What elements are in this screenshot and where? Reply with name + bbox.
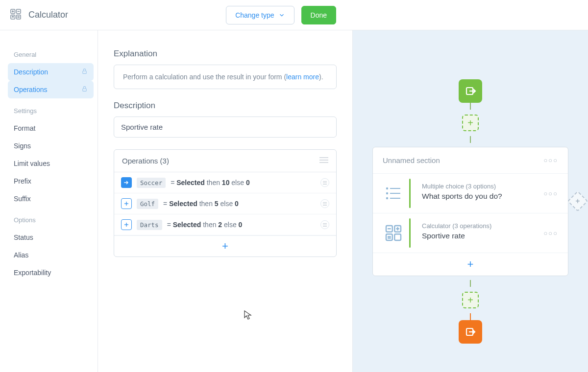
svg-point-24 xyxy=(387,193,388,194)
drag-handle-icon[interactable] xyxy=(320,220,329,229)
sidebar-item-signs[interactable]: Signs xyxy=(8,137,94,155)
operation-expression: = Selected then 5 else 0 xyxy=(163,200,239,208)
add-icon xyxy=(121,198,132,209)
change-type-label: Change type xyxy=(235,11,274,19)
sidebar-item-operations[interactable]: Operations xyxy=(8,81,94,98)
page-title: Calculator xyxy=(28,10,68,20)
operations-title: Operations (3) xyxy=(122,157,169,165)
flow-start-node[interactable] xyxy=(459,79,482,103)
hamburger-icon[interactable] xyxy=(319,157,328,165)
section-card[interactable]: Unnamed section ○○○ Multiple choice (3 o… xyxy=(372,147,568,276)
sidebar-group-settings: Settings xyxy=(14,107,94,115)
explanation-text: Perform a calculation and use the result… xyxy=(123,73,286,81)
assign-icon xyxy=(121,177,132,188)
operation-tag: Soccer xyxy=(137,178,166,188)
change-type-button[interactable]: Change type xyxy=(226,6,294,24)
drag-handle-icon[interactable] xyxy=(320,178,329,187)
section-title: Unnamed section xyxy=(383,156,440,164)
sidebar-item-label: Suffix xyxy=(14,195,31,203)
sidebar-item-alias[interactable]: Alias xyxy=(8,246,94,264)
sidebar-item-label: Alias xyxy=(14,251,28,259)
sidebar-item-prefix[interactable]: Prefix xyxy=(8,172,94,190)
operations-card: Operations (3) Soccer = Selected then 10… xyxy=(114,149,337,257)
section-header[interactable]: Unnamed section ○○○ xyxy=(373,147,568,174)
svg-rect-3 xyxy=(17,15,21,20)
flow-end-node[interactable] xyxy=(459,320,482,344)
sidebar-group-general: General xyxy=(14,51,94,58)
svg-rect-11 xyxy=(83,71,87,73)
svg-point-25 xyxy=(387,198,388,199)
sidebar-item-limit-values[interactable]: Limit values xyxy=(8,155,94,172)
operation-row[interactable]: Soccer = Selected then 10 else 0 xyxy=(114,172,336,193)
list-icon xyxy=(383,183,404,204)
explanation-title: Explanation xyxy=(114,49,337,59)
app-icon xyxy=(10,8,22,22)
explanation-box: Perform a calculation and use the result… xyxy=(114,65,337,89)
sidebar-item-suffix[interactable]: Suffix xyxy=(8,190,94,208)
sidebar-item-label: Status xyxy=(14,233,33,241)
done-label: Done xyxy=(311,11,327,19)
calculator-icon xyxy=(383,222,404,244)
add-section-slot[interactable]: + xyxy=(462,292,479,308)
add-block-button[interactable]: + xyxy=(373,253,568,276)
sidebar-item-label: Format xyxy=(14,124,35,132)
learn-more-link[interactable]: learn more xyxy=(286,73,319,81)
more-icon[interactable]: ○○○ xyxy=(543,157,558,164)
sidebar-item-status[interactable]: Status xyxy=(8,229,94,246)
sidebar-item-description[interactable]: Description xyxy=(8,63,94,81)
block-type: Calculator (3 operations) xyxy=(422,222,535,230)
sidebar: General Description Operations Settings … xyxy=(0,30,98,372)
operation-row[interactable]: Darts = Selected then 2 else 0 xyxy=(114,214,336,235)
lock-icon xyxy=(81,86,88,93)
chevron-down-icon xyxy=(278,12,285,19)
drag-handle-icon[interactable] xyxy=(320,199,329,208)
sidebar-item-label: Limit values xyxy=(14,160,50,167)
sidebar-item-label: Prefix xyxy=(14,177,31,185)
operation-expression: = Selected then 2 else 0 xyxy=(167,221,243,229)
sidebar-item-label: Signs xyxy=(14,142,31,150)
sidebar-item-label: Exportability xyxy=(14,269,51,277)
block-title: Sportive rate xyxy=(422,232,535,240)
sidebar-item-label: Description xyxy=(14,68,48,76)
done-button[interactable]: Done xyxy=(301,6,336,24)
form-preview: + Unnamed section ○○○ xyxy=(353,30,588,372)
sidebar-group-options: Options xyxy=(14,216,94,224)
block-type: Multiple choice (3 options) xyxy=(422,183,535,190)
sidebar-item-label: Operations xyxy=(14,86,47,93)
description-input[interactable] xyxy=(114,116,337,138)
calculator-block[interactable]: Calculator (3 operations) Sportive rate … xyxy=(373,213,568,253)
add-operation-button[interactable]: + xyxy=(114,235,336,256)
operations-header: Operations (3) xyxy=(114,150,336,172)
sidebar-item-exportability[interactable]: Exportability xyxy=(8,264,94,281)
more-icon[interactable]: ○○○ xyxy=(543,190,558,197)
svg-rect-12 xyxy=(83,89,87,91)
operation-tag: Darts xyxy=(137,220,162,230)
add-section-slot[interactable]: + xyxy=(462,115,479,131)
operation-row[interactable]: Golf = Selected then 5 else 0 xyxy=(114,193,336,214)
operation-tag: Golf xyxy=(137,199,158,209)
block-title: What sports do you do? xyxy=(422,192,535,201)
more-icon[interactable]: ○○○ xyxy=(543,230,558,237)
description-title: Description xyxy=(114,101,337,111)
svg-rect-32 xyxy=(394,234,401,240)
header-bar: Calculator Change type Done xyxy=(0,0,588,30)
explanation-tail: ). xyxy=(319,73,323,81)
lock-icon xyxy=(81,68,88,76)
svg-point-23 xyxy=(387,188,388,189)
operation-expression: = Selected then 10 else 0 xyxy=(171,179,250,186)
main-panel: Explanation Perform a calculation and us… xyxy=(98,30,353,372)
add-icon xyxy=(121,219,132,230)
sidebar-item-format[interactable]: Format xyxy=(8,119,94,137)
question-block[interactable]: Multiple choice (3 options) What sports … xyxy=(373,174,568,213)
